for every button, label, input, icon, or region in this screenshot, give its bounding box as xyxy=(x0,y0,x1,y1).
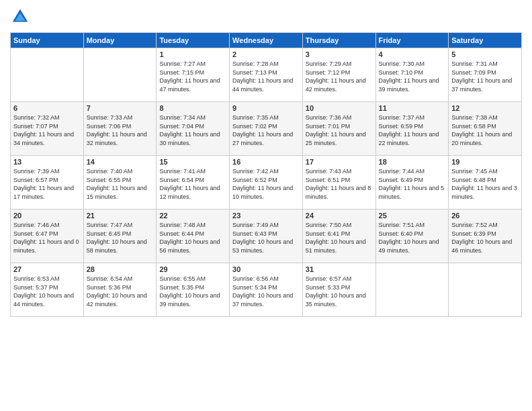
calendar-cell: 20Sunrise: 7:46 AM Sunset: 6:47 PM Dayli… xyxy=(11,210,84,263)
week-row-3: 13Sunrise: 7:39 AM Sunset: 6:57 PM Dayli… xyxy=(11,156,522,210)
calendar-cell: 24Sunrise: 7:50 AM Sunset: 6:41 PM Dayli… xyxy=(302,210,375,263)
day-info: Sunrise: 7:33 AM Sunset: 7:06 PM Dayligh… xyxy=(87,113,154,147)
day-info: Sunrise: 6:53 AM Sunset: 5:37 PM Dayligh… xyxy=(13,275,81,308)
calendar-cell: 31Sunrise: 6:57 AM Sunset: 5:33 PM Dayli… xyxy=(302,263,375,317)
calendar-cell: 7Sunrise: 7:33 AM Sunset: 7:06 PM Daylig… xyxy=(83,102,157,156)
calendar-cell: 17Sunrise: 7:43 AM Sunset: 6:51 PM Dayli… xyxy=(302,156,375,210)
day-info: Sunrise: 7:29 AM Sunset: 7:12 PM Dayligh… xyxy=(306,60,373,93)
calendar-cell: 18Sunrise: 7:44 AM Sunset: 6:49 PM Dayli… xyxy=(375,156,449,210)
calendar-header-row: SundayMondayTuesdayWednesdayThursdayFrid… xyxy=(11,33,522,48)
calendar-cell: 14Sunrise: 7:40 AM Sunset: 6:55 PM Dayli… xyxy=(83,156,157,210)
day-info: Sunrise: 7:39 AM Sunset: 6:57 PM Dayligh… xyxy=(13,167,81,201)
week-row-2: 6Sunrise: 7:32 AM Sunset: 7:07 PM Daylig… xyxy=(11,102,522,156)
day-info: Sunrise: 7:31 AM Sunset: 7:09 PM Dayligh… xyxy=(451,60,519,93)
day-number: 1 xyxy=(159,50,226,58)
day-number: 24 xyxy=(306,212,373,220)
calendar-cell: 10Sunrise: 7:36 AM Sunset: 7:01 PM Dayli… xyxy=(302,102,375,156)
day-number: 31 xyxy=(306,265,373,273)
day-info: Sunrise: 6:56 AM Sunset: 5:34 PM Dayligh… xyxy=(232,275,300,308)
day-number: 6 xyxy=(13,104,81,112)
day-header-sunday: Sunday xyxy=(11,33,84,48)
day-info: Sunrise: 7:46 AM Sunset: 6:47 PM Dayligh… xyxy=(13,221,81,255)
day-info: Sunrise: 7:30 AM Sunset: 7:10 PM Dayligh… xyxy=(379,60,446,93)
day-info: Sunrise: 7:47 AM Sunset: 6:45 PM Dayligh… xyxy=(87,221,154,255)
calendar-cell: 11Sunrise: 7:37 AM Sunset: 6:59 PM Dayli… xyxy=(375,102,449,156)
day-number: 15 xyxy=(159,158,226,166)
day-info: Sunrise: 7:41 AM Sunset: 6:54 PM Dayligh… xyxy=(159,167,226,201)
day-header-friday: Friday xyxy=(375,33,449,48)
day-info: Sunrise: 7:40 AM Sunset: 6:55 PM Dayligh… xyxy=(87,167,154,201)
calendar-cell: 6Sunrise: 7:32 AM Sunset: 7:07 PM Daylig… xyxy=(11,102,84,156)
day-header-wednesday: Wednesday xyxy=(230,33,303,48)
calendar-cell xyxy=(449,263,522,317)
day-number: 27 xyxy=(13,265,81,273)
week-row-4: 20Sunrise: 7:46 AM Sunset: 6:47 PM Dayli… xyxy=(11,210,522,263)
day-number: 3 xyxy=(306,50,373,58)
day-number: 25 xyxy=(379,212,446,220)
day-info: Sunrise: 7:38 AM Sunset: 6:58 PM Dayligh… xyxy=(451,113,519,147)
day-number: 16 xyxy=(232,158,300,166)
day-header-saturday: Saturday xyxy=(449,33,522,48)
calendar-cell: 23Sunrise: 7:49 AM Sunset: 6:43 PM Dayli… xyxy=(230,210,303,263)
calendar-cell xyxy=(83,48,157,102)
day-number: 18 xyxy=(379,158,446,166)
header xyxy=(10,7,522,27)
calendar-cell: 13Sunrise: 7:39 AM Sunset: 6:57 PM Dayli… xyxy=(11,156,84,210)
day-info: Sunrise: 7:27 AM Sunset: 7:15 PM Dayligh… xyxy=(159,60,226,93)
day-info: Sunrise: 7:32 AM Sunset: 7:07 PM Dayligh… xyxy=(13,113,81,147)
calendar-cell: 26Sunrise: 7:52 AM Sunset: 6:39 PM Dayli… xyxy=(449,210,522,263)
day-info: Sunrise: 7:52 AM Sunset: 6:39 PM Dayligh… xyxy=(451,221,519,255)
day-number: 21 xyxy=(87,212,154,220)
calendar-cell: 4Sunrise: 7:30 AM Sunset: 7:10 PM Daylig… xyxy=(375,48,449,102)
day-number: 14 xyxy=(87,158,154,166)
calendar-cell: 9Sunrise: 7:35 AM Sunset: 7:02 PM Daylig… xyxy=(230,102,303,156)
day-number: 8 xyxy=(159,104,226,112)
day-info: Sunrise: 7:34 AM Sunset: 7:04 PM Dayligh… xyxy=(159,113,226,147)
day-number: 17 xyxy=(306,158,373,166)
day-number: 19 xyxy=(451,158,519,166)
day-number: 7 xyxy=(87,104,154,112)
day-number: 28 xyxy=(87,265,154,273)
day-info: Sunrise: 7:50 AM Sunset: 6:41 PM Dayligh… xyxy=(306,221,373,255)
day-number: 30 xyxy=(232,265,300,273)
page: SundayMondayTuesdayWednesdayThursdayFrid… xyxy=(0,0,532,411)
day-number: 11 xyxy=(379,104,446,112)
day-info: Sunrise: 7:42 AM Sunset: 6:52 PM Dayligh… xyxy=(232,167,300,201)
calendar-table: SundayMondayTuesdayWednesdayThursdayFrid… xyxy=(10,32,522,317)
calendar-cell: 12Sunrise: 7:38 AM Sunset: 6:58 PM Dayli… xyxy=(449,102,522,156)
day-number: 12 xyxy=(451,104,519,112)
calendar-cell: 25Sunrise: 7:51 AM Sunset: 6:40 PM Dayli… xyxy=(375,210,449,263)
calendar-cell xyxy=(11,48,84,102)
day-info: Sunrise: 6:54 AM Sunset: 5:36 PM Dayligh… xyxy=(87,275,154,308)
day-info: Sunrise: 7:43 AM Sunset: 6:51 PM Dayligh… xyxy=(306,167,373,201)
day-number: 10 xyxy=(306,104,373,112)
calendar-cell: 8Sunrise: 7:34 AM Sunset: 7:04 PM Daylig… xyxy=(157,102,230,156)
day-info: Sunrise: 7:36 AM Sunset: 7:01 PM Dayligh… xyxy=(306,113,373,147)
calendar-cell: 15Sunrise: 7:41 AM Sunset: 6:54 PM Dayli… xyxy=(157,156,230,210)
calendar-cell: 21Sunrise: 7:47 AM Sunset: 6:45 PM Dayli… xyxy=(83,210,157,263)
calendar-cell: 28Sunrise: 6:54 AM Sunset: 5:36 PM Dayli… xyxy=(83,263,157,317)
day-number: 4 xyxy=(379,50,446,58)
calendar-cell: 16Sunrise: 7:42 AM Sunset: 6:52 PM Dayli… xyxy=(230,156,303,210)
day-number: 9 xyxy=(232,104,300,112)
calendar-cell: 22Sunrise: 7:48 AM Sunset: 6:44 PM Dayli… xyxy=(157,210,230,263)
calendar-cell: 27Sunrise: 6:53 AM Sunset: 5:37 PM Dayli… xyxy=(11,263,84,317)
day-info: Sunrise: 7:35 AM Sunset: 7:02 PM Dayligh… xyxy=(232,113,300,147)
day-info: Sunrise: 7:51 AM Sunset: 6:40 PM Dayligh… xyxy=(379,221,446,255)
day-header-monday: Monday xyxy=(83,33,157,48)
week-row-1: 1Sunrise: 7:27 AM Sunset: 7:15 PM Daylig… xyxy=(11,48,522,102)
calendar-cell: 2Sunrise: 7:28 AM Sunset: 7:13 PM Daylig… xyxy=(230,48,303,102)
day-info: Sunrise: 6:55 AM Sunset: 5:35 PM Dayligh… xyxy=(159,275,226,308)
day-info: Sunrise: 6:57 AM Sunset: 5:33 PM Dayligh… xyxy=(306,275,373,308)
day-number: 23 xyxy=(232,212,300,220)
day-info: Sunrise: 7:45 AM Sunset: 6:48 PM Dayligh… xyxy=(451,167,519,201)
calendar-cell: 1Sunrise: 7:27 AM Sunset: 7:15 PM Daylig… xyxy=(157,48,230,102)
week-row-5: 27Sunrise: 6:53 AM Sunset: 5:37 PM Dayli… xyxy=(11,263,522,317)
calendar-cell: 19Sunrise: 7:45 AM Sunset: 6:48 PM Dayli… xyxy=(449,156,522,210)
calendar-cell: 30Sunrise: 6:56 AM Sunset: 5:34 PM Dayli… xyxy=(230,263,303,317)
day-info: Sunrise: 7:44 AM Sunset: 6:49 PM Dayligh… xyxy=(379,167,446,201)
calendar-cell: 29Sunrise: 6:55 AM Sunset: 5:35 PM Dayli… xyxy=(157,263,230,317)
day-number: 13 xyxy=(13,158,81,166)
calendar-cell: 5Sunrise: 7:31 AM Sunset: 7:09 PM Daylig… xyxy=(449,48,522,102)
day-number: 5 xyxy=(451,50,519,58)
